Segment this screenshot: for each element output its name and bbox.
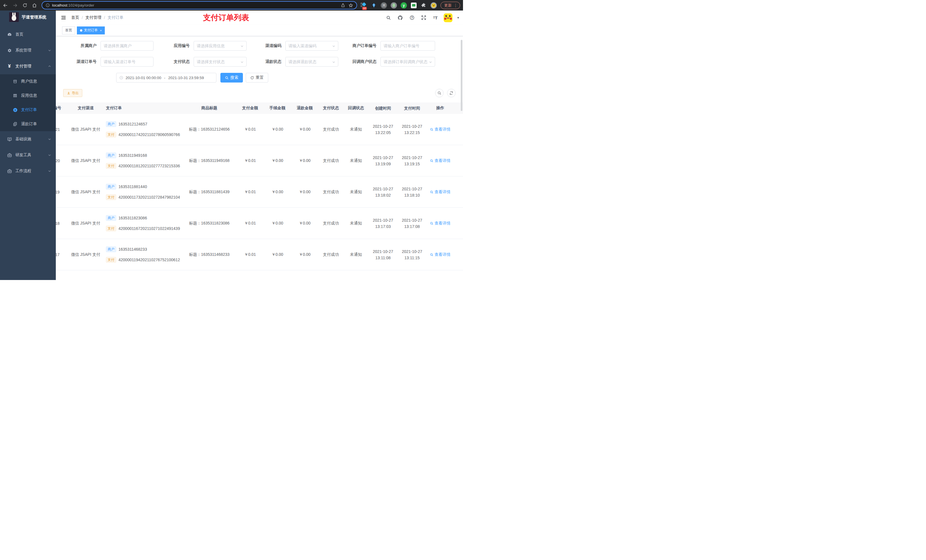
sidebar: 芋道管理系统 首页 系统管理 ¥ 支付管理 bbox=[0, 11, 56, 280]
merchant-order-no-input[interactable] bbox=[384, 44, 432, 48]
pay-channel-cell: 微信 JSAPI 支付 bbox=[69, 190, 103, 195]
reload-icon[interactable] bbox=[21, 1, 29, 10]
order-id-cell: 118 bbox=[56, 221, 69, 226]
chevron-down-icon bbox=[240, 44, 244, 48]
pay-time-cell: 2021-10-2713:11:15 bbox=[398, 248, 427, 261]
sidebar-item-app-info[interactable]: 应用信息 bbox=[0, 89, 56, 103]
url-bar[interactable]: localhost:1024/pay/order bbox=[42, 1, 357, 9]
pay-amount-cell: ￥0.01 bbox=[236, 158, 264, 163]
share-icon[interactable] bbox=[341, 3, 345, 8]
filter-notify-status: 回调商户状态 bbox=[338, 57, 435, 66]
show-search-toggle-button[interactable] bbox=[435, 89, 443, 97]
view-detail-link[interactable]: 查看详情 bbox=[430, 252, 451, 257]
filter-merchant: 所属商户 bbox=[63, 41, 153, 51]
channel-code-select[interactable] bbox=[289, 44, 335, 48]
user-avatar[interactable] bbox=[443, 14, 452, 22]
chevron-down-icon bbox=[332, 44, 336, 48]
table-row: 119微信 JSAPI 支付商户1635311881440支付420000117… bbox=[56, 177, 463, 208]
date-range-picker[interactable]: 2021-10-01 00:00:00 - 2021-10-31 23:59:5… bbox=[116, 73, 216, 83]
refund-status-select[interactable] bbox=[289, 59, 335, 64]
column-header: 手续金额 bbox=[264, 106, 291, 111]
scrollbar-thumb[interactable] bbox=[461, 40, 462, 111]
gear-icon bbox=[7, 48, 12, 53]
app-logo[interactable]: 芋道管理系统 bbox=[0, 11, 56, 24]
search-button[interactable]: 搜索 bbox=[220, 73, 243, 83]
sidebar-item-system[interactable]: 系统管理 bbox=[0, 42, 56, 58]
search-icon bbox=[225, 76, 228, 80]
yen-circle-icon bbox=[12, 107, 18, 112]
fullscreen-icon[interactable] bbox=[420, 14, 427, 21]
browser-update-button[interactable]: 更新 ⋮ bbox=[440, 2, 460, 9]
sidebar-item-merchant-info[interactable]: 商户信息 bbox=[0, 74, 56, 89]
home-icon[interactable] bbox=[30, 1, 39, 10]
pay-order-cell: 商户1635312124657支付42000011742021102780605… bbox=[103, 121, 182, 137]
breadcrumb-home[interactable]: 首页 bbox=[71, 15, 79, 20]
app-id-select[interactable] bbox=[197, 44, 244, 48]
avatar-caret-icon[interactable]: ▾ bbox=[457, 16, 459, 20]
sidebar-item-home[interactable]: 首页 bbox=[0, 26, 56, 42]
yen-icon: ¥ bbox=[7, 64, 12, 69]
clock-icon bbox=[119, 76, 123, 80]
font-size-icon[interactable]: TT bbox=[432, 14, 439, 21]
view-detail-link[interactable]: 查看详情 bbox=[430, 221, 451, 226]
browser-menu-icon[interactable]: ⋮ bbox=[454, 3, 458, 8]
site-info-icon[interactable] bbox=[45, 3, 50, 8]
forward-icon[interactable] bbox=[11, 1, 20, 10]
table-row: 121微信 JSAPI 支付商户1635312124657支付420000117… bbox=[56, 114, 463, 145]
profile-avatar-icon[interactable] bbox=[430, 2, 437, 9]
breadcrumb-current: 支付订单 bbox=[107, 15, 124, 20]
create-time-cell: 2021-10-2713:22:05 bbox=[368, 123, 398, 136]
search-icon[interactable] bbox=[385, 14, 392, 21]
reset-button[interactable]: 重置 bbox=[246, 73, 268, 83]
sidebar-collapse-icon[interactable] bbox=[61, 15, 67, 21]
payment-submenu: 商户信息 应用信息 支付订单 bbox=[0, 74, 56, 131]
channel-order-no-input[interactable] bbox=[104, 59, 150, 64]
pay-order-cell: 商户1635311468233支付42000011942021102767521… bbox=[103, 246, 182, 263]
view-detail-link[interactable]: 查看详情 bbox=[430, 127, 451, 132]
export-button[interactable]: 导出 bbox=[63, 89, 82, 97]
sidebar-item-pay-order[interactable]: 支付订单 bbox=[0, 103, 56, 117]
close-tab-icon[interactable]: × bbox=[100, 29, 101, 32]
fee-amount-cell: ￥0.00 bbox=[264, 190, 291, 195]
view-detail-link[interactable]: 查看详情 bbox=[430, 158, 451, 163]
tasks-extension-icon[interactable]: 10 bbox=[360, 2, 367, 9]
refund-amount-cell: ￥0.00 bbox=[291, 190, 318, 195]
pay-status-select[interactable] bbox=[197, 59, 244, 64]
pay-channel-cell: 微信 JSAPI 支付 bbox=[69, 158, 103, 163]
github-icon[interactable] bbox=[397, 14, 404, 21]
sidebar-item-infra[interactable]: 基础设施 bbox=[0, 131, 56, 147]
merchant-tag: 商户 bbox=[106, 121, 116, 127]
extensions-puzzle-icon[interactable] bbox=[420, 2, 427, 9]
sidebar-item-payment[interactable]: ¥ 支付管理 bbox=[0, 58, 56, 74]
notify-status-cell: 未通知 bbox=[343, 127, 368, 132]
page-title: 支付订单列表 bbox=[203, 12, 249, 23]
view-detail-link[interactable]: 查看详情 bbox=[430, 190, 451, 195]
command-extension-icon[interactable]: ⌘ bbox=[380, 2, 387, 9]
logo-image bbox=[9, 12, 19, 22]
breadcrumb-payment[interactable]: 支付管理 bbox=[85, 15, 101, 20]
table-row: 118微信 JSAPI 支付商户1635311823086支付420000116… bbox=[56, 208, 463, 239]
help-icon[interactable]: ? bbox=[409, 14, 415, 21]
search-icon bbox=[430, 159, 433, 163]
tab-pay-order[interactable]: 支付订单 × bbox=[77, 26, 105, 35]
gem-extension-icon[interactable] bbox=[371, 2, 377, 9]
refresh-table-button[interactable] bbox=[447, 89, 455, 97]
recorder-extension-icon[interactable] bbox=[390, 2, 397, 9]
product-title-cell: 标题：1635311823086 bbox=[182, 221, 236, 226]
monitor-chart-icon bbox=[7, 137, 12, 142]
pay-status-cell: 支付成功 bbox=[318, 158, 343, 163]
column-header: 编号 bbox=[56, 106, 69, 111]
merchant-input[interactable] bbox=[104, 44, 150, 48]
bookmark-star-icon[interactable] bbox=[348, 3, 353, 8]
tab-home[interactable]: 首页 bbox=[62, 26, 75, 35]
back-icon[interactable] bbox=[1, 1, 10, 10]
chat-extension-icon[interactable] bbox=[410, 2, 417, 9]
table-row: 117微信 JSAPI 支付商户1635311468233支付420000119… bbox=[56, 239, 463, 270]
notify-status-select[interactable] bbox=[384, 59, 432, 64]
sidebar-item-dev-tools[interactable]: 研发工具 bbox=[0, 147, 56, 163]
sidebar-item-refund-order[interactable]: 退款订单 bbox=[0, 117, 56, 131]
merchant-tag: 商户 bbox=[106, 215, 116, 221]
y-extension-icon[interactable]: y bbox=[400, 2, 407, 9]
chevron-down-icon bbox=[48, 49, 51, 52]
sidebar-item-workflow[interactable]: 工作流程 bbox=[0, 163, 56, 179]
